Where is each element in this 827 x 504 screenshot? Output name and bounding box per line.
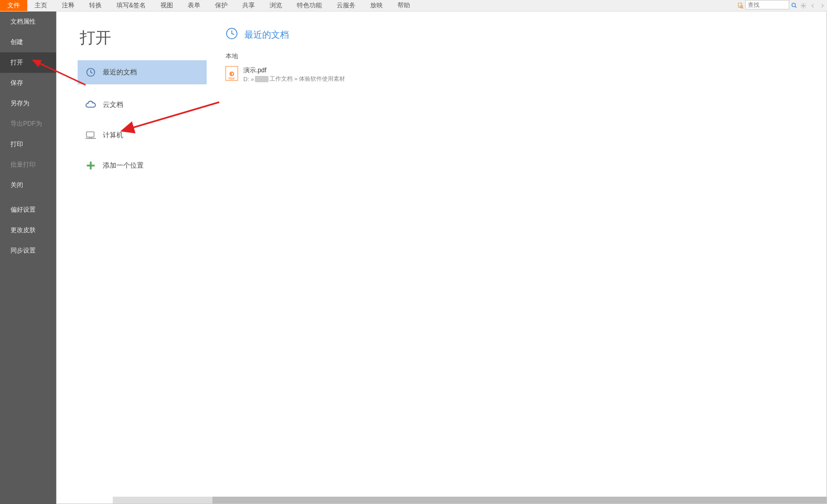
location-cloud[interactable]: 云文档 bbox=[78, 93, 207, 117]
menu-tab-cloud[interactable]: 云服务 bbox=[329, 0, 363, 11]
main-container: 文档属性 创建 打开 保存 另存为 导出PDF为 打印 批量打印 关闭 偏好设置… bbox=[0, 12, 827, 504]
svg-point-3 bbox=[792, 3, 796, 7]
location-computer[interactable]: 计算机 bbox=[78, 123, 207, 147]
open-panel: 打开 最近的文档 云文档 bbox=[57, 12, 207, 503]
menu-tab-annotate[interactable]: 注释 bbox=[55, 0, 82, 11]
location-label: 云文档 bbox=[103, 100, 123, 109]
scrollbar-thumb[interactable] bbox=[212, 497, 826, 503]
path-redacted: xxxx bbox=[255, 76, 268, 82]
menu-tab-convert[interactable]: 转换 bbox=[82, 0, 109, 11]
menu-tab-file[interactable]: 文件 bbox=[0, 0, 27, 11]
prev-icon[interactable] bbox=[808, 0, 818, 11]
gear-icon[interactable] bbox=[799, 0, 808, 11]
sidebar-item-save-as[interactable]: 另存为 bbox=[0, 93, 56, 114]
location-label: 计算机 bbox=[103, 130, 123, 140]
content-area: 打开 最近的文档 云文档 bbox=[56, 12, 827, 504]
sidebar-item-create[interactable]: 创建 bbox=[0, 32, 56, 52]
menu-tab-view[interactable]: 视图 bbox=[153, 0, 180, 11]
clock-icon bbox=[85, 67, 96, 78]
location-list: 最近的文档 云文档 计算机 bbox=[78, 60, 207, 178]
open-title: 打开 bbox=[78, 27, 207, 49]
recent-section-local: 本地 bbox=[225, 52, 811, 61]
search-icon[interactable] bbox=[789, 0, 799, 11]
path-suffix: 工作文档 » 体验软件使用素材 bbox=[270, 75, 345, 83]
recent-panel: 最近的文档 本地 PDF 演示.pdf D: » xxxx 工作文档 » 体验软… bbox=[207, 12, 826, 503]
sidebar-item-export-pdf[interactable]: 导出PDF为 bbox=[0, 114, 56, 134]
file-sidebar: 文档属性 创建 打开 保存 另存为 导出PDF为 打印 批量打印 关闭 偏好设置… bbox=[0, 12, 56, 504]
menu-tab-fillsign[interactable]: 填写&签名 bbox=[109, 0, 153, 11]
pdf-badge: PDF bbox=[229, 77, 235, 80]
menu-tab-features[interactable]: 特色功能 bbox=[289, 0, 329, 11]
sidebar-item-doc-properties[interactable]: 文档属性 bbox=[0, 12, 56, 32]
sidebar-item-sync[interactable]: 同步设置 bbox=[0, 240, 56, 261]
sidebar-item-close[interactable]: 关闭 bbox=[0, 175, 56, 195]
menu-tab-share[interactable]: 共享 bbox=[235, 0, 262, 11]
recent-file-info: 演示.pdf D: » xxxx 工作文档 » 体验软件使用素材 bbox=[243, 66, 345, 83]
find-doc-icon[interactable] bbox=[736, 0, 745, 11]
svg-rect-7 bbox=[87, 132, 94, 137]
menu-tab-form[interactable]: 表单 bbox=[180, 0, 208, 11]
sidebar-item-save[interactable]: 保存 bbox=[0, 73, 56, 93]
plus-icon bbox=[85, 160, 96, 171]
menu-tab-present[interactable]: 放映 bbox=[363, 0, 390, 11]
menu-tab-protect[interactable]: 保护 bbox=[208, 0, 235, 11]
location-label: 添加一个位置 bbox=[103, 161, 144, 170]
recent-file-item[interactable]: PDF 演示.pdf D: » xxxx 工作文档 » 体验软件使用素材 bbox=[225, 64, 811, 85]
menu-tab-help[interactable]: 帮助 bbox=[390, 0, 417, 11]
sidebar-item-open[interactable]: 打开 bbox=[0, 52, 56, 73]
menubar: 文件 主页 注释 转换 填写&签名 视图 表单 保护 共享 浏览 特色功能 云服… bbox=[0, 0, 827, 12]
clock-icon bbox=[225, 27, 238, 42]
path-prefix: D: » bbox=[243, 76, 254, 82]
sidebar-item-preferences[interactable]: 偏好设置 bbox=[0, 200, 56, 220]
find-input[interactable] bbox=[745, 0, 789, 9]
cloud-icon bbox=[85, 99, 96, 111]
recent-file-path: D: » xxxx 工作文档 » 体验软件使用素材 bbox=[243, 75, 345, 83]
svg-rect-12 bbox=[87, 165, 95, 166]
recent-header: 最近的文档 bbox=[225, 27, 811, 42]
menubar-spacer bbox=[417, 0, 736, 11]
sidebar-gap bbox=[0, 195, 56, 200]
location-add[interactable]: 添加一个位置 bbox=[78, 154, 207, 178]
menu-tab-browse[interactable]: 浏览 bbox=[262, 0, 289, 11]
svg-line-4 bbox=[795, 6, 797, 8]
svg-point-5 bbox=[803, 5, 804, 6]
sidebar-item-batch-print[interactable]: 批量打印 bbox=[0, 155, 56, 175]
menu-tab-home[interactable]: 主页 bbox=[27, 0, 55, 11]
sidebar-item-skin[interactable]: 更改皮肤 bbox=[0, 220, 56, 240]
next-icon[interactable] bbox=[818, 0, 827, 11]
location-label: 最近的文档 bbox=[103, 68, 137, 77]
location-recent[interactable]: 最近的文档 bbox=[78, 60, 207, 84]
recent-title: 最近的文档 bbox=[244, 29, 289, 41]
recent-file-name: 演示.pdf bbox=[243, 66, 345, 75]
horizontal-scrollbar[interactable] bbox=[113, 497, 826, 503]
pdf-file-icon: PDF bbox=[225, 66, 238, 81]
svg-line-2 bbox=[743, 7, 744, 8]
sidebar-item-print[interactable]: 打印 bbox=[0, 134, 56, 155]
computer-icon bbox=[85, 129, 96, 141]
